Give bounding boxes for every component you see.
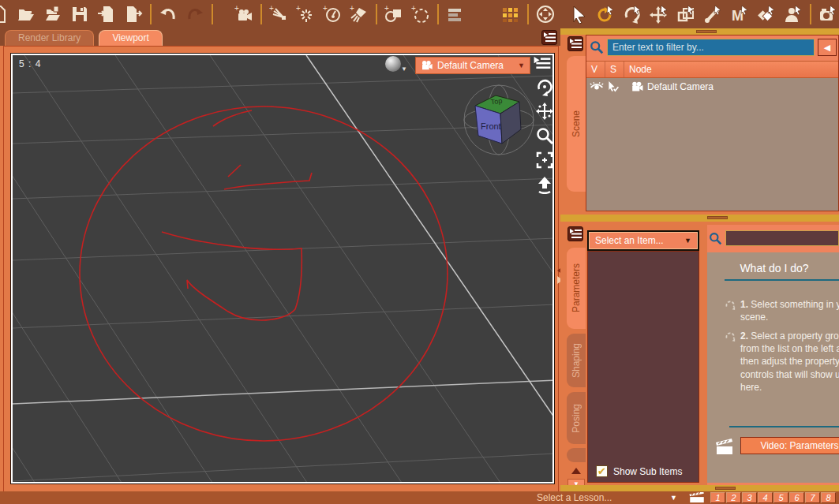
drawstyle-sphere-icon[interactable]: [385, 56, 401, 72]
show-sub-items-checkbox[interactable]: ✔: [596, 465, 608, 477]
lesson-page-button[interactable]: 6: [789, 492, 804, 503]
lesson-slate-icon[interactable]: [688, 492, 706, 503]
parameters-pane-menu-button[interactable]: [567, 226, 583, 241]
dock-splitter-middle[interactable]: [560, 215, 839, 222]
select-lesson-dropdown[interactable]: Select a Lesson... ▼: [537, 492, 677, 503]
frame-camera-icon[interactable]: [535, 151, 554, 170]
camera-node-icon: [631, 81, 644, 92]
node-selection-tool-icon[interactable]: [565, 2, 592, 26]
show-sub-items-row: ✔ Show Sub Items: [596, 465, 682, 477]
create-null-icon[interactable]: +: [407, 2, 434, 26]
translate-tool-icon[interactable]: [646, 2, 672, 26]
parameters-right-pane: What do I do? 1. Select something in you…: [707, 225, 839, 485]
create-point-light-icon[interactable]: +: [292, 2, 319, 26]
export-icon[interactable]: [120, 2, 147, 26]
dock-splitter-top[interactable]: [560, 28, 839, 35]
open-file-icon[interactable]: [13, 2, 39, 26]
scene-node-list: Default Camera: [586, 78, 838, 211]
property-group-list[interactable]: ✔ Show Sub Items: [587, 251, 699, 483]
create-spotlight-icon[interactable]: +: [346, 2, 373, 26]
svg-text:+: +: [323, 5, 328, 13]
tab-lights-clipped[interactable]: Lights: [567, 448, 586, 462]
selectable-cursor-icon[interactable]: [607, 80, 620, 92]
dock-splitter-bottom[interactable]: [560, 485, 839, 491]
animate-tool-icon[interactable]: M: [726, 2, 753, 26]
open-recent-icon[interactable]: [39, 2, 66, 26]
scene-pane-menu-button[interactable]: [567, 36, 583, 51]
redo-icon[interactable]: [182, 2, 208, 26]
lesson-page-button[interactable]: 2: [726, 492, 741, 503]
universal-rotate-tool-icon[interactable]: [592, 2, 619, 26]
new-file-icon[interactable]: [0, 2, 13, 26]
video-slate-icon: [715, 439, 734, 456]
viewport-pane-menu-button[interactable]: [541, 30, 557, 45]
show-sub-items-label: Show Sub Items: [613, 466, 682, 477]
help-bottom-rule: [729, 426, 839, 427]
select-item-caret-icon: ▼: [684, 237, 691, 245]
align-icon[interactable]: [442, 2, 469, 26]
tab-posing[interactable]: Posing: [567, 392, 586, 444]
lesson-page-button[interactable]: 8: [821, 492, 836, 503]
parameters-tab-strip: Parameters Shaping Posing Lights: [567, 225, 586, 490]
tab-viewport[interactable]: Viewport: [99, 30, 162, 46]
select-item-dropdown[interactable]: Select an Item... ▼: [587, 230, 699, 251]
undo-icon[interactable]: [155, 2, 182, 26]
column-visibility[interactable]: V: [586, 62, 605, 77]
layout-grid-icon[interactable]: [497, 2, 524, 26]
scene-filter-input[interactable]: [607, 39, 815, 56]
zoom-camera-icon[interactable]: [535, 126, 554, 145]
create-primitive-icon[interactable]: +: [380, 2, 407, 26]
figure-selection-tool-icon[interactable]: [780, 2, 807, 26]
camera-selector-dropdown[interactable]: Default Camera ▼: [415, 57, 530, 74]
splitter-handle[interactable]: [707, 216, 728, 219]
tab-scroll-up-button[interactable]: [571, 468, 581, 474]
create-lumen-light-icon[interactable]: +: [319, 2, 346, 26]
scale-tool-icon[interactable]: [672, 2, 699, 26]
viewport-3d[interactable]: Top Front 5 : 4 ▼ Default Camera ▼: [11, 54, 554, 483]
scene-filter-clear-button[interactable]: ◀: [818, 39, 837, 56]
orbit-camera-icon[interactable]: [535, 77, 554, 96]
tab-render-library[interactable]: Render Library: [5, 30, 94, 46]
column-selection[interactable]: S: [605, 62, 624, 77]
video-parameters-button[interactable]: Video: Parameters: [740, 437, 839, 454]
splitter-handle[interactable]: [715, 487, 736, 490]
lesson-page-button[interactable]: 5: [773, 492, 788, 503]
lesson-page-button[interactable]: 1: [710, 492, 725, 503]
import-icon[interactable]: [93, 2, 120, 26]
lesson-page-button[interactable]: 4: [758, 492, 773, 503]
help-title: What do I do?: [707, 262, 839, 274]
create-distant-light-icon[interactable]: +: [265, 2, 292, 26]
camera-selection-tool-icon[interactable]: [815, 2, 839, 26]
aim-camera-icon[interactable]: [535, 175, 554, 194]
camera-icon: [421, 60, 433, 71]
select-item-label: Select an Item...: [595, 235, 684, 246]
pan-viewport-icon[interactable]: [532, 2, 559, 26]
pose-tool-icon[interactable]: [699, 2, 726, 26]
tab-shaping[interactable]: Shaping: [567, 334, 586, 387]
svg-text:+: +: [296, 5, 301, 13]
svg-text:+: +: [350, 5, 354, 13]
lesson-page-list: 12345678: [710, 492, 836, 503]
column-node[interactable]: Node: [624, 62, 838, 77]
tab-scene[interactable]: Scene: [567, 56, 586, 192]
drawstyle-caret-icon[interactable]: ▼: [401, 65, 407, 73]
lesson-page-button[interactable]: 7: [805, 492, 820, 503]
splitter-handle[interactable]: [696, 30, 717, 33]
parameters-filter-input[interactable]: [725, 230, 839, 246]
lesson-page-button[interactable]: 3: [742, 492, 757, 503]
view-cube[interactable]: Top Front: [463, 82, 538, 161]
scene-tab-strip: Scene: [567, 35, 586, 211]
visibility-eye-icon[interactable]: [590, 81, 604, 92]
save-icon[interactable]: [66, 2, 93, 26]
svg-text:+: +: [411, 5, 416, 13]
create-camera-icon[interactable]: +: [230, 2, 257, 26]
scene-node-row[interactable]: Default Camera: [586, 78, 838, 95]
toolbar-divider: [212, 4, 213, 24]
toolbar-divider: [260, 4, 262, 24]
toolbar-divider: [150, 4, 152, 24]
rotate-tool-icon[interactable]: [619, 2, 646, 26]
surface-selection-tool-icon[interactable]: [753, 2, 780, 26]
viewport-options-menu-icon[interactable]: [534, 57, 551, 74]
tab-parameters[interactable]: Parameters: [567, 248, 586, 329]
pan-camera-icon[interactable]: [535, 102, 554, 121]
